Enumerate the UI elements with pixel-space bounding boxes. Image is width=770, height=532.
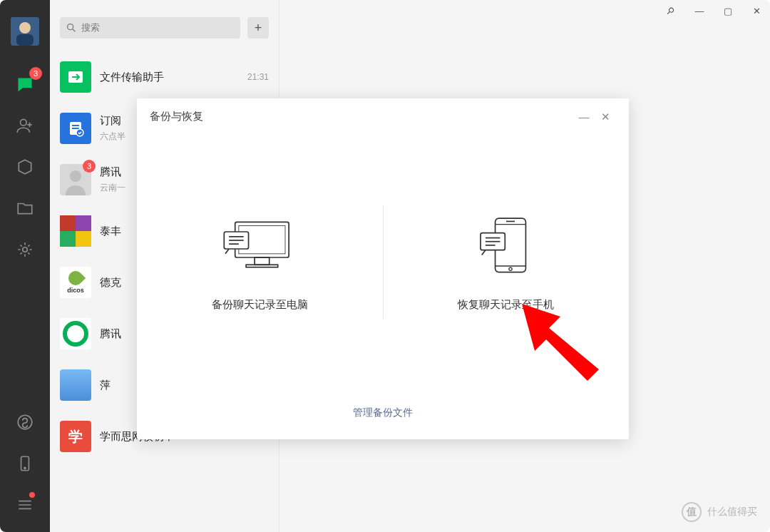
nav-contacts[interactable] xyxy=(11,111,39,140)
restore-label: 恢复聊天记录至手机 xyxy=(458,298,554,312)
svg-point-7 xyxy=(24,467,26,469)
nav-chat[interactable]: 3 xyxy=(11,70,39,98)
add-button[interactable]: + xyxy=(247,17,269,39)
manage-backup-link[interactable]: 管理备份文件 xyxy=(353,406,413,418)
search-row: 搜索 + xyxy=(50,0,279,51)
chat-avatar-ring-icon xyxy=(60,318,91,349)
svg-point-11 xyxy=(68,24,73,30)
chat-avatar-dicos-icon: dicos xyxy=(60,267,91,298)
chat-time: 21:31 xyxy=(247,72,269,82)
window-controls: ⚲ — ▢ ✕ xyxy=(664,6,763,16)
nav-phone[interactable] xyxy=(11,449,39,478)
user-avatar[interactable] xyxy=(11,17,39,46)
svg-point-1 xyxy=(19,22,31,34)
search-placeholder: 搜索 xyxy=(81,21,100,34)
nav-more-dot xyxy=(29,492,35,498)
modal-footer: 管理备份文件 xyxy=(137,389,629,439)
window-close-button[interactable]: ✕ xyxy=(750,6,763,16)
nav-chat-badge: 3 xyxy=(29,67,42,80)
svg-point-3 xyxy=(21,119,27,126)
nav-files[interactable] xyxy=(11,194,39,222)
nav-sidebar: 3 xyxy=(0,0,50,532)
modal-minimize-button[interactable]: — xyxy=(573,111,595,123)
svg-point-4 xyxy=(23,247,28,252)
chat-avatar-group-icon xyxy=(60,215,91,247)
nav-miniprogram[interactable] xyxy=(11,408,39,436)
window-maximize-button[interactable]: ▢ xyxy=(722,6,734,16)
search-icon xyxy=(66,22,77,34)
computer-icon xyxy=(217,213,302,278)
svg-point-18 xyxy=(70,170,81,182)
nav-favorites[interactable] xyxy=(11,153,39,181)
chat-badge: 3 xyxy=(83,160,96,173)
phone-icon xyxy=(463,213,549,278)
backup-label: 备份聊天记录至电脑 xyxy=(212,298,308,312)
watermark-text: 什么值得买 xyxy=(707,506,757,518)
restore-to-phone-option[interactable]: 恢复聊天记录至手机 xyxy=(384,205,630,319)
search-input[interactable]: 搜索 xyxy=(60,17,240,39)
modal-body: 备份聊天记录至电脑 恢复聊天记录至手机 xyxy=(137,135,629,389)
nav-moments[interactable] xyxy=(11,235,39,264)
chat-item[interactable]: 文件传输助手 21:31 xyxy=(50,51,279,103)
watermark-logo-icon: 值 xyxy=(682,502,702,522)
chat-avatar-xueersi-icon: 学 xyxy=(60,421,91,452)
svg-rect-22 xyxy=(246,265,278,267)
svg-point-31 xyxy=(509,267,512,270)
watermark: 值 什么值得买 xyxy=(682,502,757,522)
backup-restore-modal: 备份与恢复 — ✕ 备份聊天记录至电脑 恢复聊天记录至手机 管理备份文件 xyxy=(137,98,629,439)
svg-rect-2 xyxy=(16,34,34,46)
chat-avatar-default-icon: 3 xyxy=(60,164,91,195)
chat-title: 文件传输助手 xyxy=(100,71,233,84)
modal-title: 备份与恢复 xyxy=(150,110,203,123)
chat-avatar-subscription-icon xyxy=(60,113,91,144)
nav-more[interactable] xyxy=(11,491,39,519)
svg-line-12 xyxy=(73,29,75,31)
chat-avatar-photo-icon xyxy=(60,369,91,401)
app-window: 3 搜索 + xyxy=(0,0,770,532)
svg-rect-21 xyxy=(255,257,270,265)
backup-to-computer-option[interactable]: 备份聊天记录至电脑 xyxy=(137,205,384,319)
modal-header: 备份与恢复 — ✕ xyxy=(137,98,629,135)
window-pin-button[interactable]: ⚲ xyxy=(662,3,679,19)
chat-avatar-file-transfer-icon xyxy=(60,61,91,93)
modal-close-button[interactable]: ✕ xyxy=(595,111,616,123)
window-minimize-button[interactable]: — xyxy=(693,6,706,16)
